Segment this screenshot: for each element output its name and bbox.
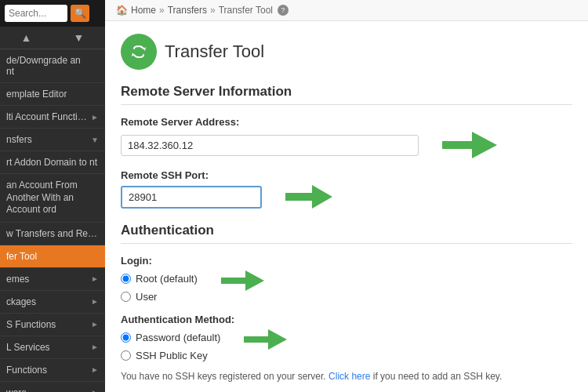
auth-password-row: Password (default) bbox=[121, 332, 220, 343]
auth-password-label[interactable]: Password (default) bbox=[136, 332, 220, 343]
auth-method-label: Authentication Method: bbox=[121, 314, 572, 325]
breadcrumb-sep1: » bbox=[159, 5, 165, 16]
sidebar-nav-arrows: ▲ ▼ bbox=[0, 27, 105, 49]
chevron-right-icon: ► bbox=[91, 113, 99, 122]
ssh-port-input[interactable] bbox=[121, 186, 262, 209]
login-radio-group: Root (default) User bbox=[121, 270, 572, 303]
breadcrumb: 🏠 Home » Transfers » Transfer Tool ? bbox=[105, 0, 588, 21]
login-label: Login: bbox=[121, 255, 572, 267]
sidebar-search-input[interactable] bbox=[5, 5, 67, 22]
click-here-link[interactable]: Click here bbox=[328, 371, 370, 382]
breadcrumb-sep2: » bbox=[210, 5, 216, 16]
chevron-down-icon: ▼ bbox=[91, 136, 99, 144]
sidebar-nav-down-button[interactable]: ▼ bbox=[53, 27, 105, 49]
authentication-section-header: Authentication bbox=[121, 223, 572, 244]
sidebar-item-multi-account-functions[interactable]: lti Account Functions ► bbox=[0, 106, 105, 129]
auth-password-radio[interactable] bbox=[121, 332, 131, 343]
remote-address-input[interactable] bbox=[121, 135, 419, 156]
auth-method-radio-group: Password (default) SSH Public Key bbox=[121, 329, 572, 361]
sidebar-item-addon-domain[interactable]: rt Addon Domain to nt bbox=[0, 151, 105, 174]
breadcrumb-home-link[interactable]: Home bbox=[131, 5, 156, 16]
sidebar-item-transfers[interactable]: nsfers ▼ bbox=[0, 129, 105, 151]
login-root-radio[interactable] bbox=[121, 274, 131, 284]
login-user-row: User bbox=[121, 291, 572, 303]
sidebar-item-dns-functions[interactable]: S Functions ► bbox=[0, 314, 105, 336]
page-title-row: Transfer Tool bbox=[121, 34, 572, 70]
sidebar-item-functions[interactable]: Functions ► bbox=[0, 359, 105, 382]
ssh-port-field-row: Remote SSH Port: bbox=[121, 169, 572, 209]
svg-marker-3 bbox=[442, 132, 497, 158]
auth-sshkey-row: SSH Public Key bbox=[121, 350, 572, 361]
green-arrow-annotation-4 bbox=[244, 329, 287, 350]
transfer-tool-icon bbox=[121, 34, 157, 70]
svg-point-0 bbox=[128, 41, 150, 63]
ssh-port-label: Remote SSH Port: bbox=[121, 169, 572, 181]
breadcrumb-current: Transfer Tool bbox=[219, 5, 273, 16]
search-icon: 🔍 bbox=[74, 8, 86, 19]
auth-sshkey-label[interactable]: SSH Public Key bbox=[136, 350, 208, 361]
green-arrow-annotation-3 bbox=[221, 270, 264, 291]
page-title: Transfer Tool bbox=[165, 42, 264, 62]
sidebar-item-upgrade-downgrade[interactable]: de/Downgrade annt bbox=[0, 49, 105, 83]
svg-marker-6 bbox=[244, 329, 287, 350]
remote-address-label: Remote Server Address: bbox=[121, 116, 572, 128]
sidebar-item-mail-services[interactable]: L Services ► bbox=[0, 336, 105, 359]
login-root-row: Root (default) bbox=[121, 273, 198, 285]
breadcrumb-transfers-link[interactable]: Transfers bbox=[168, 5, 207, 16]
login-user-radio[interactable] bbox=[121, 292, 131, 302]
sidebar-search-button[interactable]: 🔍 bbox=[71, 5, 89, 22]
sidebar: 🔍 ▲ ▼ de/Downgrade annt emplate Editor l… bbox=[0, 0, 105, 392]
login-root-label[interactable]: Root (default) bbox=[136, 273, 198, 285]
chevron-right-icon: ► bbox=[91, 274, 99, 283]
remote-address-field-row: Remote Server Address: bbox=[121, 116, 572, 158]
ssh-key-note: You have no SSH keys registered on your … bbox=[121, 371, 572, 382]
sidebar-item-ware[interactable]: ware ► bbox=[0, 382, 105, 392]
login-user-label[interactable]: User bbox=[136, 291, 157, 303]
remote-server-section-header: Remote Server Information bbox=[121, 84, 572, 105]
sidebar-item-transfer-tool[interactable]: fer Tool bbox=[0, 245, 105, 268]
chevron-right-icon: ► bbox=[91, 297, 99, 306]
home-icon: 🏠 bbox=[116, 5, 128, 16]
auth-method-field-row: Authentication Method: Password (default… bbox=[121, 314, 572, 382]
help-icon[interactable]: ? bbox=[278, 5, 289, 16]
sidebar-search-bar: 🔍 bbox=[0, 0, 105, 27]
svg-marker-5 bbox=[221, 270, 264, 291]
chevron-right-icon: ► bbox=[91, 365, 99, 374]
chevron-right-icon: ► bbox=[91, 388, 99, 392]
sidebar-item-list: de/Downgrade annt emplate Editor lti Acc… bbox=[0, 49, 105, 392]
sidebar-item-template-editor[interactable]: emplate Editor bbox=[0, 83, 105, 106]
sidebar-item-packages[interactable]: ckages ► bbox=[0, 291, 105, 314]
svg-marker-4 bbox=[285, 185, 332, 209]
chevron-right-icon: ► bbox=[91, 320, 99, 328]
chevron-right-icon: ► bbox=[91, 343, 99, 351]
green-arrow-annotation-1 bbox=[442, 132, 497, 158]
sidebar-nav-up-button[interactable]: ▲ bbox=[0, 27, 53, 49]
sidebar-item-transfers-restores[interactable]: w Transfers and Restores bbox=[0, 223, 105, 245]
sidebar-item-themes[interactable]: emes ► bbox=[0, 268, 105, 291]
green-arrow-annotation-2 bbox=[285, 185, 332, 209]
page-content: Transfer Tool Remote Server Information … bbox=[105, 21, 588, 392]
login-field-row: Login: Root (default) User bbox=[121, 255, 572, 303]
auth-sshkey-radio[interactable] bbox=[121, 350, 131, 361]
sidebar-item-account-from-another[interactable]: an Account From Another With an Account … bbox=[0, 174, 105, 223]
main-content: 🏠 Home » Transfers » Transfer Tool ? Tra… bbox=[105, 0, 588, 392]
